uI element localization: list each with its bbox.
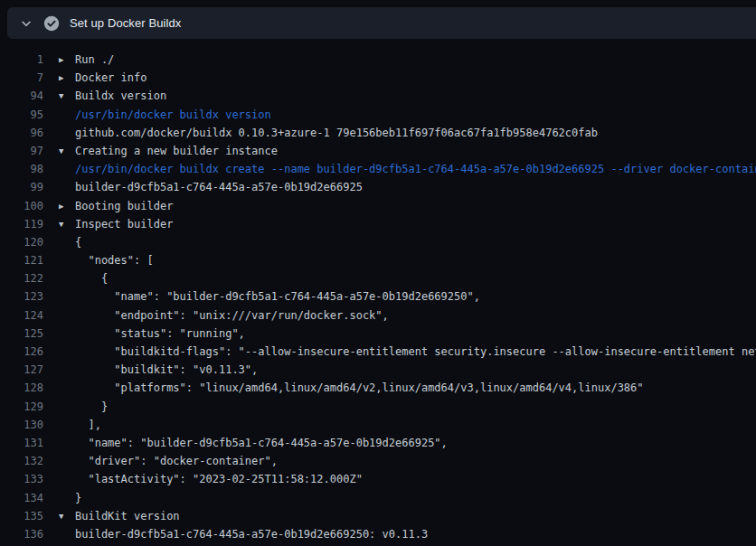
triangle-expanded-icon[interactable]: ▼ — [59, 87, 75, 105]
log-line-text: "name": "builder-d9cfb5a1-c764-445a-a57e… — [43, 287, 480, 306]
line-number[interactable]: 129 — [0, 398, 43, 416]
log-line-row: 131 "name": "builder-d9cfb5a1-c764-445a-… — [0, 434, 756, 452]
log-group-toggle[interactable]: ▼Buildx version — [43, 87, 166, 105]
log-line-row: 125 "status": "running", — [0, 325, 756, 343]
log-text: "buildkit": "v0.11.3", — [75, 363, 258, 376]
log-group-row: 135▼BuildKit version — [0, 507, 756, 525]
line-number[interactable]: 122 — [0, 269, 43, 287]
log-group-toggle[interactable]: ▼Creating a new builder instance — [43, 142, 278, 160]
log-line-row: 128 "platforms": "linux/amd64,linux/amd6… — [0, 379, 756, 397]
line-number[interactable]: 133 — [0, 470, 43, 488]
log-text: builder-d9cfb5a1-c764-445a-a57e-0b19d2e6… — [75, 528, 428, 541]
log-text: } — [75, 492, 81, 504]
log-text: Docker info — [75, 71, 146, 84]
log-line-row: 122 { — [0, 269, 756, 287]
log-line-text: { — [43, 233, 81, 251]
log-line-text: "driver": "docker-container", — [43, 452, 278, 470]
log-text: "name": "builder-d9cfb5a1-c764-445a-a57e… — [75, 437, 448, 449]
check-circle-icon — [43, 15, 60, 32]
log-line-row: 129 } — [0, 398, 756, 416]
log-line-row: 96github.com/docker/buildx 0.10.3+azure-… — [0, 124, 756, 142]
step-header[interactable]: Set up Docker Buildx — [7, 7, 756, 39]
log-line-row: 132 "driver": "docker-container", — [0, 452, 756, 470]
log-group-row: 100▶Booting builder — [0, 197, 756, 215]
log-text: builder-d9cfb5a1-c764-445a-a57e-0b19d2e6… — [75, 181, 363, 193]
log-text: "status": "running", — [75, 327, 245, 340]
log-line-text: ], — [43, 416, 101, 434]
line-number[interactable]: 98 — [0, 160, 43, 178]
log-group-toggle[interactable]: ▶Docker info — [43, 69, 146, 87]
triangle-expanded-icon[interactable]: ▼ — [59, 215, 75, 233]
line-number[interactable]: 1 — [0, 51, 43, 69]
log-text: Run ./ — [75, 53, 114, 66]
log-output[interactable]: 1▶Run ./7▶Docker info94▼Buildx version95… — [0, 42, 756, 546]
log-line-row: 98/usr/bin/docker buildx create --name b… — [0, 160, 756, 178]
log-line-text: "name": "builder-d9cfb5a1-c764-445a-a57e… — [43, 434, 448, 452]
log-line-text: { — [43, 269, 108, 287]
chevron-down-icon[interactable] — [13, 17, 40, 30]
line-number[interactable]: 96 — [0, 124, 43, 142]
line-number[interactable]: 131 — [0, 434, 43, 452]
line-number[interactable]: 136 — [0, 525, 43, 543]
line-number[interactable]: 7 — [0, 69, 43, 87]
line-number[interactable]: 119 — [0, 215, 43, 233]
log-text: Booting builder — [75, 200, 173, 212]
log-line-text: /usr/bin/docker buildx version — [43, 106, 271, 124]
log-text: BuildKit version — [75, 510, 180, 522]
triangle-collapsed-icon[interactable]: ▶ — [59, 69, 75, 87]
log-text: "nodes": [ — [75, 254, 154, 267]
line-number[interactable]: 95 — [0, 106, 43, 124]
line-number[interactable]: 94 — [0, 87, 43, 105]
log-text: /usr/bin/docker buildx create --name bui… — [75, 163, 756, 175]
log-line-text: github.com/docker/buildx 0.10.3+azure-1 … — [43, 124, 598, 142]
log-line-row: 126 "buildkitd-flags": "--allow-insecure… — [0, 343, 756, 361]
log-line-text: "nodes": [ — [43, 251, 154, 269]
log-text: "endpoint": "unix:///var/run/docker.sock… — [75, 309, 389, 322]
log-group-row: 119▼Inspect builder — [0, 215, 756, 233]
triangle-expanded-icon[interactable]: ▼ — [59, 507, 75, 525]
log-line-text: builder-d9cfb5a1-c764-445a-a57e-0b19d2e6… — [43, 525, 428, 543]
log-line-text: "buildkit": "v0.11.3", — [43, 361, 258, 379]
log-line-text: "lastActivity": "2023-02-25T11:58:12.000… — [43, 470, 363, 488]
log-text: github.com/docker/buildx 0.10.3+azure-1 … — [75, 127, 598, 139]
log-line-row: 121 "nodes": [ — [0, 251, 756, 269]
line-number[interactable]: 128 — [0, 379, 43, 397]
triangle-collapsed-icon[interactable]: ▶ — [59, 51, 75, 69]
line-number[interactable]: 134 — [0, 489, 43, 507]
log-line-text: builder-d9cfb5a1-c764-445a-a57e-0b19d2e6… — [43, 178, 363, 196]
log-text: "driver": "docker-container", — [75, 455, 278, 467]
line-number[interactable]: 132 — [0, 452, 43, 470]
log-text: { — [75, 272, 108, 285]
log-line-text: } — [43, 398, 108, 416]
line-number[interactable]: 123 — [0, 287, 43, 306]
line-number[interactable]: 121 — [0, 251, 43, 269]
log-line-row: 134} — [0, 489, 756, 507]
log-text: Creating a new builder instance — [75, 145, 278, 157]
log-text: /usr/bin/docker buildx version — [75, 108, 271, 121]
log-line-row: 130 ], — [0, 416, 756, 434]
log-group-toggle[interactable]: ▼BuildKit version — [43, 507, 180, 525]
line-number[interactable]: 100 — [0, 197, 43, 215]
log-line-text: /usr/bin/docker buildx create --name bui… — [43, 160, 756, 178]
line-number[interactable]: 126 — [0, 343, 43, 361]
line-number[interactable]: 130 — [0, 416, 43, 434]
line-number[interactable]: 125 — [0, 325, 43, 343]
line-number[interactable]: 99 — [0, 178, 43, 196]
log-line-text: "status": "running", — [43, 325, 245, 343]
triangle-expanded-icon[interactable]: ▼ — [59, 142, 75, 160]
log-group-toggle[interactable]: ▼Inspect builder — [43, 215, 173, 233]
log-group-toggle[interactable]: ▶Booting builder — [43, 197, 173, 215]
log-group-toggle[interactable]: ▶Run ./ — [43, 51, 114, 69]
line-number[interactable]: 97 — [0, 142, 43, 160]
log-line-row: 99builder-d9cfb5a1-c764-445a-a57e-0b19d2… — [0, 178, 756, 196]
line-number[interactable]: 124 — [0, 306, 43, 325]
log-text: { — [75, 236, 81, 249]
log-line-row: 95/usr/bin/docker buildx version — [0, 106, 756, 124]
line-number[interactable]: 120 — [0, 233, 43, 251]
log-line-row: 127 "buildkit": "v0.11.3", — [0, 361, 756, 379]
line-number[interactable]: 127 — [0, 361, 43, 379]
line-number[interactable]: 135 — [0, 507, 43, 525]
triangle-collapsed-icon[interactable]: ▶ — [59, 197, 75, 215]
log-text: "platforms": "linux/amd64,linux/amd64/v2… — [75, 381, 644, 394]
log-group-row: 7▶Docker info — [0, 69, 756, 87]
